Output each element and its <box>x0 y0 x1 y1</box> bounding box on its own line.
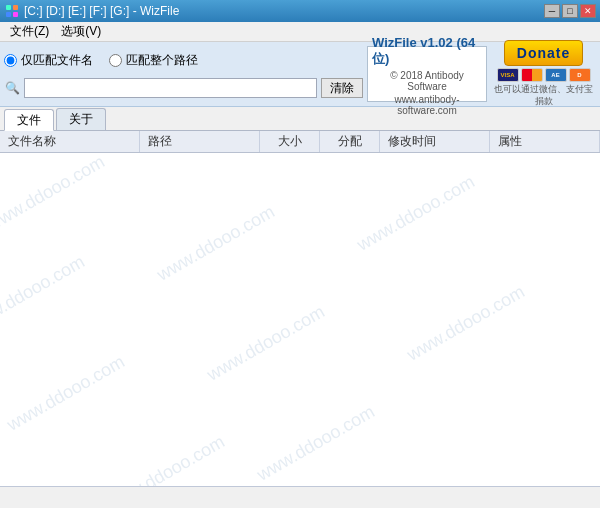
watermark: www.ddooo.com <box>104 431 229 486</box>
window-title: [C:] [D:] [E:] [F:] [G:] - WizFile <box>24 4 544 18</box>
donate-section: Donate VISA MC AE D 也可以通过微信、支付宝捐款 <box>491 46 596 102</box>
donate-note: 也可以通过微信、支付宝捐款 <box>491 84 596 107</box>
watermark: www.ddooo.com <box>4 351 129 435</box>
window-controls: ─ □ ✕ <box>544 4 596 18</box>
minimize-button[interactable]: ─ <box>544 4 560 18</box>
logo-company: © 2018 Antibody Software <box>372 70 482 92</box>
svg-rect-1 <box>13 5 18 10</box>
logo-section: WizFile v1.02 (64 位) © 2018 Antibody Sof… <box>367 46 487 102</box>
menu-bar: 文件(Z) 选项(V) <box>0 22 600 42</box>
search-controls: 仅匹配文件名 匹配整个路径 🔍 清除 <box>4 46 363 102</box>
content-area: www.ddooo.com www.ddooo.com www.ddooo.co… <box>0 153 600 486</box>
radio-fullpath[interactable]: 匹配整个路径 <box>109 52 198 69</box>
clear-button[interactable]: 清除 <box>321 78 363 98</box>
watermark: www.ddooo.com <box>404 281 529 365</box>
close-button[interactable]: ✕ <box>580 4 596 18</box>
radio-filename[interactable]: 仅匹配文件名 <box>4 52 93 69</box>
svg-rect-3 <box>13 12 18 17</box>
visa-icon: VISA <box>497 68 519 82</box>
watermark: www.ddooo.com <box>154 201 279 285</box>
maximize-button[interactable]: □ <box>562 4 578 18</box>
watermark: www.ddooo.com <box>0 251 88 335</box>
col-header-alloc[interactable]: 分配 <box>320 131 380 152</box>
payment-cards: VISA MC AE D <box>497 68 591 82</box>
amex-icon: AE <box>545 68 567 82</box>
svg-rect-0 <box>6 5 11 10</box>
watermark: www.ddooo.com <box>254 401 379 485</box>
col-header-path[interactable]: 路径 <box>140 131 260 152</box>
col-header-modified[interactable]: 修改时间 <box>380 131 490 152</box>
watermark: www.ddooo.com <box>354 171 479 255</box>
tab-about[interactable]: 关于 <box>56 108 106 130</box>
title-bar: [C:] [D:] [E:] [F:] [G:] - WizFile ─ □ ✕ <box>0 0 600 22</box>
svg-rect-2 <box>6 12 11 17</box>
menu-file[interactable]: 文件(Z) <box>4 21 55 42</box>
watermark-container: www.ddooo.com www.ddooo.com www.ddooo.co… <box>0 153 600 486</box>
top-panel: 仅匹配文件名 匹配整个路径 🔍 清除 WizFile v1.02 (64 位) … <box>0 42 600 107</box>
table-header: 文件名称 路径 大小 分配 修改时间 属性 <box>0 131 600 153</box>
watermark: www.ddooo.com <box>0 153 108 236</box>
search-row: 🔍 清除 <box>4 78 363 98</box>
logo-website: www.antibody-software.com <box>372 94 482 116</box>
tab-files[interactable]: 文件 <box>4 109 54 131</box>
search-input[interactable] <box>24 78 317 98</box>
logo-title: WizFile v1.02 (64 位) <box>372 35 482 68</box>
mastercard-icon: MC <box>521 68 543 82</box>
tabs-bar: 文件 关于 <box>0 107 600 131</box>
donate-button[interactable]: Donate <box>504 40 583 66</box>
menu-options[interactable]: 选项(V) <box>55 21 107 42</box>
discover-icon: D <box>569 68 591 82</box>
col-header-name[interactable]: 文件名称 <box>0 131 140 152</box>
app-icon <box>4 3 20 19</box>
watermark: www.ddooo.com <box>204 301 329 385</box>
col-header-size[interactable]: 大小 <box>260 131 320 152</box>
search-icon: 🔍 <box>4 80 20 96</box>
radio-row: 仅匹配文件名 匹配整个路径 <box>4 50 363 71</box>
status-bar <box>0 486 600 508</box>
col-header-attrs[interactable]: 属性 <box>490 131 600 152</box>
